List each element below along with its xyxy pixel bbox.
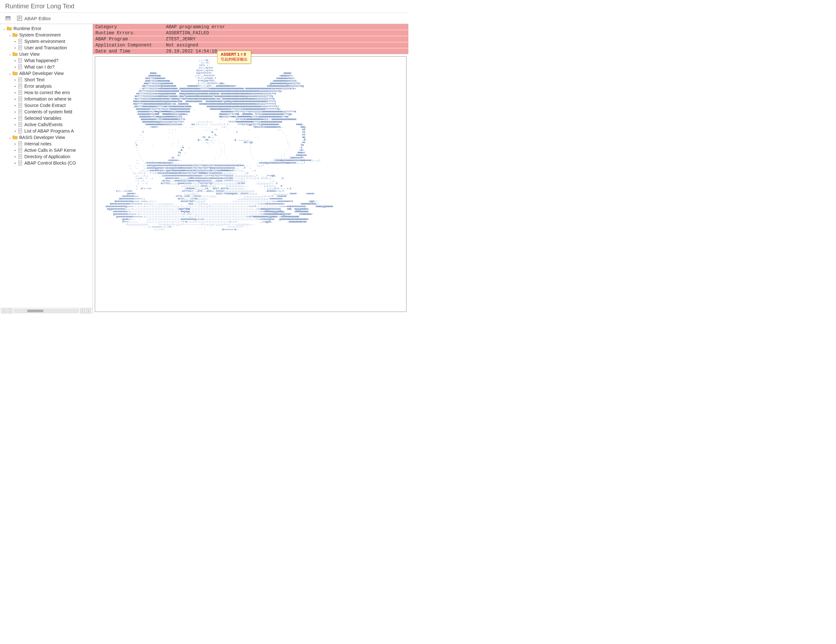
chevron-down-icon[interactable]: ⌄ [8,136,12,139]
tree-label: Short Text [24,77,44,82]
scroll-right-btn-2[interactable]: › [86,309,91,313]
tree-label: Contents of system field [24,109,72,114]
editor-icon[interactable] [16,15,23,22]
tree: ⌄Runtime Error⌄System Environment▪System… [0,24,93,308]
tree-label: User View [19,52,40,57]
header-row: Application ComponentNot assigned [93,42,408,48]
tree-label: Source Code Extract [24,103,66,108]
header-row: CategoryABAP programming error [93,24,408,30]
tree-label: What happened? [24,58,59,63]
tree-folder[interactable]: ⌄BASIS Developer View [1,134,92,140]
tree-folder[interactable]: ⌄Runtime Error [1,25,92,32]
toolbar-editor-label[interactable]: ABAP Editor [24,16,51,21]
document-icon [17,45,23,50]
error-header-table: CategoryABAP programming errorRuntime Er… [93,24,408,54]
bullet-icon: ▪ [13,110,17,114]
tree-doc-item[interactable]: ▪Error analysis [1,83,92,89]
scroll-right-btn[interactable]: › [8,309,12,313]
tree-label: What can I do? [24,64,54,70]
scroll-left-btn-2[interactable]: ‹ [80,309,85,313]
content-area: CategoryABAP programming errorRuntime Er… [93,24,408,314]
bullet-icon: ▪ [13,91,17,95]
tree-label: System environment [24,39,65,44]
callout-line1: ASSERT 1 = 0 [221,52,248,57]
tree-folder[interactable]: ⌄User View [1,51,92,57]
callout-line2: 引起的错误输出 [221,57,248,62]
tree-doc-item[interactable]: ▪System environment [1,38,92,44]
tree-doc-item[interactable]: ▪How to correct the erro [1,89,92,96]
tree-doc-item[interactable]: ▪What happened? [1,57,92,64]
sidebar-scrollbar: ‹ › ‹ › [0,308,93,314]
tree-doc-item[interactable]: ▪User and Transaction [1,44,92,51]
tree-folder[interactable]: ⌄System Environment [1,32,92,38]
tree-doc-item[interactable]: ▪Contents of system field [1,109,92,115]
bullet-icon: ▪ [13,97,17,101]
tree-label: ABAP Developer View [19,71,64,76]
folder-icon [12,71,18,76]
tree-label: Error analysis [24,83,52,89]
tree-label: Internal notes [24,141,52,146]
mail-icon[interactable] [5,15,12,22]
bullet-icon: ▪ [13,78,17,82]
document-icon [17,90,23,95]
chevron-down-icon[interactable]: ⌄ [8,33,12,37]
chevron-down-icon[interactable]: ⌄ [2,27,7,31]
header-key: Category [93,24,163,30]
tree-doc-item[interactable]: ▪Active Calls/Events [1,121,92,128]
ascii-art: ;:::?C. !!-!?- 7??!.!. [98,59,403,231]
tree-label: Selected Variables [24,116,62,121]
bullet-icon: ▪ [13,155,17,158]
document-icon [17,116,23,121]
annotation-callout: ASSERT 1 = 0 引起的错误输出 [217,51,251,64]
tree-doc-item[interactable]: ▪List of ABAP Programs A [1,128,92,134]
tree-doc-item[interactable]: ▪ABAP Control Blocks (CO [1,160,92,166]
header-key: ABAP Program [93,36,163,42]
tree-label: Runtime Error [13,26,41,31]
tree-doc-item[interactable]: ▪Selected Variables [1,115,92,121]
tree-folder[interactable]: ⌄ABAP Developer View [1,70,92,77]
tree-label: System Environment [19,33,60,37]
header-value: 20.10.2022 14:54:10 [163,48,408,54]
page-title: Runtime Error Long Text [0,0,408,13]
tree-doc-item[interactable]: ▪Source Code Extract [1,102,92,109]
document-icon [17,109,23,114]
document-icon [17,39,23,44]
document-icon [17,77,23,82]
document-icon [17,122,23,127]
header-key: Date and Time [93,48,163,54]
header-row: ABAP ProgramZTEST_JERRY [93,36,408,42]
header-value: ASSERTION_FAILED [163,30,408,36]
header-value: ABAP programming error [163,24,408,30]
tree-label: ABAP Control Blocks (CO [24,160,76,166]
ascii-dump-area[interactable]: ;:::?C. !!-!?- 7??!.!. [95,56,407,312]
scrollbar-thumb[interactable] [27,310,43,312]
document-icon [17,160,23,166]
tree-label: List of ABAP Programs A [24,129,74,134]
scrollbar-track[interactable] [14,309,78,313]
tree-doc-item[interactable]: ▪What can I do? [1,64,92,70]
bullet-icon: ▪ [13,59,17,62]
document-icon [17,83,23,89]
document-icon [17,141,23,146]
sidebar: ⌄Runtime Error⌄System Environment▪System… [0,24,93,314]
scroll-left-btn[interactable]: ‹ [2,309,7,313]
bullet-icon: ▪ [13,46,17,50]
bullet-icon: ▪ [13,142,17,146]
tree-doc-item[interactable]: ▪Active Calls in SAP Kerne [1,147,92,153]
tree-label: User and Transaction [24,45,67,50]
bullet-icon: ▪ [13,148,17,152]
tree-doc-item[interactable]: ▪Information on where te [1,96,92,102]
bullet-icon: ▪ [13,117,17,120]
document-icon [17,103,23,108]
tree-label: How to correct the erro [24,90,70,95]
folder-icon [12,33,18,37]
tree-label: Active Calls/Events [24,122,63,127]
document-icon [17,58,23,63]
chevron-down-icon[interactable]: ⌄ [8,52,12,56]
tree-doc-item[interactable]: ▪Short Text [1,77,92,83]
header-value: ZTEST_JERRY [163,36,408,42]
chevron-down-icon[interactable]: ⌄ [8,72,12,75]
tree-doc-item[interactable]: ▪Internal notes [1,140,92,147]
tree-doc-item[interactable]: ▪Directory of Application [1,153,92,160]
bullet-icon: ▪ [13,85,17,88]
